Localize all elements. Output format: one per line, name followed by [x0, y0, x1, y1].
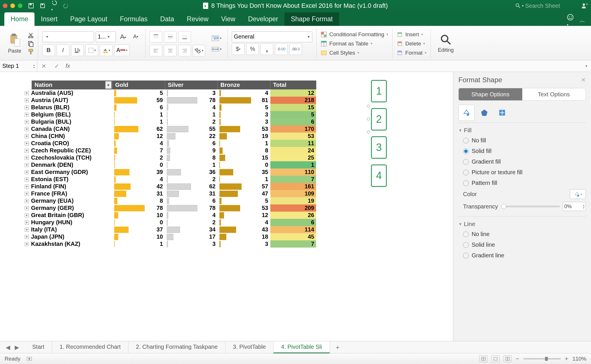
wrap-text-icon[interactable]: ▾: [209, 33, 223, 44]
page-break-view-icon[interactable]: [504, 355, 512, 362]
sheet-tab[interactable]: 2. Charting Formating Taskpane: [129, 341, 225, 353]
pivot-table[interactable]: Nation▼GoldSilverBronzeTotal+Australia (…: [32, 81, 316, 248]
expand-icon[interactable]: +: [25, 206, 29, 210]
radio-icon[interactable]: [463, 138, 469, 143]
column-header[interactable]: Silver: [165, 81, 217, 89]
table-row[interactable]: +Belgium (BEL)1135: [32, 111, 316, 118]
fill-option[interactable]: Gradient fill: [463, 158, 586, 165]
expand-icon[interactable]: +: [25, 228, 29, 232]
sheet-tab[interactable]: 3. PivotTable: [225, 341, 274, 353]
expand-icon[interactable]: +: [25, 199, 29, 203]
expand-icon[interactable]: +: [25, 163, 29, 167]
format-painter-icon[interactable]: [28, 49, 34, 55]
table-row[interactable]: +Austria (AUT)597881218: [32, 97, 316, 104]
radio-icon[interactable]: [463, 170, 469, 175]
fill-option[interactable]: Pattern fill: [463, 180, 586, 186]
align-center-icon[interactable]: [164, 45, 177, 56]
effects-tab-icon[interactable]: [476, 105, 492, 121]
tab-shape-format[interactable]: Shape Format: [284, 12, 339, 26]
line-option[interactable]: Gradient line: [463, 252, 586, 259]
tab-developer[interactable]: Developer: [242, 12, 284, 26]
normal-view-icon[interactable]: [479, 355, 487, 362]
increase-font-icon[interactable]: A▴: [118, 31, 129, 42]
table-row[interactable]: +Bulgaria (BUL)1236: [32, 118, 316, 125]
expand-icon[interactable]: +: [25, 106, 29, 110]
cut-icon[interactable]: [28, 32, 34, 39]
tab-data[interactable]: Data: [154, 12, 181, 26]
orientation-icon[interactable]: ab▾: [193, 45, 205, 56]
collapse-ribbon-icon[interactable]: ︿: [579, 17, 585, 24]
cancel-formula-icon[interactable]: ✕: [37, 63, 50, 70]
table-row[interactable]: +Czechoslovakia (TCH)281525: [32, 154, 316, 161]
shape-options-tab[interactable]: Shape Options: [459, 88, 522, 100]
search-box[interactable]: ▾: [515, 3, 577, 9]
italic-button[interactable]: I: [57, 45, 69, 56]
column-header[interactable]: Total: [270, 81, 316, 89]
tab-view[interactable]: View: [215, 12, 242, 26]
table-row[interactable]: +Kazakhstan (KAZ)1337: [32, 240, 316, 248]
save-icon[interactable]: [40, 3, 45, 9]
handle-icon[interactable]: [367, 131, 370, 133]
emoji-icon[interactable]: ▾: [567, 14, 574, 27]
next-sheet-icon[interactable]: ▶: [15, 344, 19, 351]
table-row[interactable]: +Australia (AUS)53412: [32, 89, 316, 97]
zoom-window-icon[interactable]: [18, 3, 22, 8]
step-shape-1[interactable]: 1: [371, 80, 387, 102]
radio-icon[interactable]: [463, 180, 469, 186]
align-middle-icon[interactable]: [164, 31, 177, 43]
tab-formulas[interactable]: Formulas: [114, 12, 154, 26]
size-properties-tab-icon[interactable]: [494, 105, 510, 121]
tab-home[interactable]: Home: [4, 12, 35, 26]
step-shape-3[interactable]: 3: [371, 136, 387, 159]
format-as-table-button[interactable]: Format as Table ▾: [321, 41, 388, 47]
column-header[interactable]: Nation▼: [32, 81, 112, 89]
filter-dropdown-icon[interactable]: ▼: [105, 81, 112, 89]
step-shape-4[interactable]: 4: [371, 164, 387, 187]
table-row[interactable]: +Great Britain (GBR)1041226: [32, 212, 316, 219]
number-format-combo[interactable]: General▼: [232, 31, 312, 42]
table-row[interactable]: +Canada (CAN)625553170: [32, 125, 316, 133]
expand-icon[interactable]: +: [25, 149, 29, 153]
comma-button[interactable]: ,: [261, 43, 273, 55]
expand-icon[interactable]: +: [25, 213, 29, 217]
table-row[interactable]: +Germany (EUA)86519: [32, 197, 316, 204]
fill-option[interactable]: No fill: [463, 137, 586, 144]
expand-icon[interactable]: +: [25, 242, 29, 246]
tab-page-layout[interactable]: Page Layout: [64, 12, 114, 26]
decrease-font-icon[interactable]: A▾: [130, 31, 141, 42]
table-row[interactable]: +Japan (JPN)10171845: [32, 233, 316, 240]
worksheet[interactable]: Nation▼GoldSilverBronzeTotal+Australia (…: [0, 72, 453, 341]
line-option[interactable]: No line: [463, 231, 586, 237]
line-section-header[interactable]: ▼Line: [458, 219, 586, 229]
merge-cells-icon[interactable]: ▾: [209, 44, 223, 55]
table-row[interactable]: +Hungary (HUN)0246: [32, 219, 316, 226]
table-row[interactable]: +Germany (GER)787853209: [32, 204, 316, 212]
expand-icon[interactable]: +: [25, 192, 29, 196]
tab-review[interactable]: Review: [181, 12, 215, 26]
decrease-decimal-icon[interactable]: .00.0: [289, 43, 302, 55]
radio-icon[interactable]: [463, 159, 469, 165]
zoom-in-icon[interactable]: +: [565, 355, 569, 363]
table-row[interactable]: +Estonia (EST)4217: [32, 176, 316, 183]
redo-icon[interactable]: [63, 3, 69, 9]
percent-button[interactable]: %: [246, 43, 259, 55]
font-color-button[interactable]: A▾: [114, 45, 129, 56]
page-layout-view-icon[interactable]: [491, 355, 500, 362]
table-row[interactable]: +Belarus (BLR)64515: [32, 104, 316, 111]
zoom-value[interactable]: 110%: [572, 356, 586, 362]
zoom-out-icon[interactable]: −: [516, 355, 519, 363]
expand-icon[interactable]: +: [25, 221, 29, 225]
expand-icon[interactable]: +: [25, 170, 29, 174]
transparency-input[interactable]: 0%▴▾: [563, 202, 586, 211]
delete-cells-button[interactable]: Delete ▾: [397, 41, 426, 47]
borders-button[interactable]: ▾: [85, 45, 98, 56]
undo-icon[interactable]: ▾: [51, 0, 58, 12]
fill-color-button[interactable]: ▾: [100, 45, 112, 56]
align-left-icon[interactable]: [150, 45, 162, 56]
table-row[interactable]: +Czech Republic (CZE)79824: [32, 147, 316, 154]
align-right-icon[interactable]: [178, 45, 191, 56]
column-header[interactable]: Bronze: [217, 81, 270, 89]
underline-button[interactable]: U ▾: [71, 45, 84, 56]
expand-formula-icon[interactable]: ▼: [585, 64, 591, 68]
radio-icon[interactable]: [463, 148, 469, 154]
